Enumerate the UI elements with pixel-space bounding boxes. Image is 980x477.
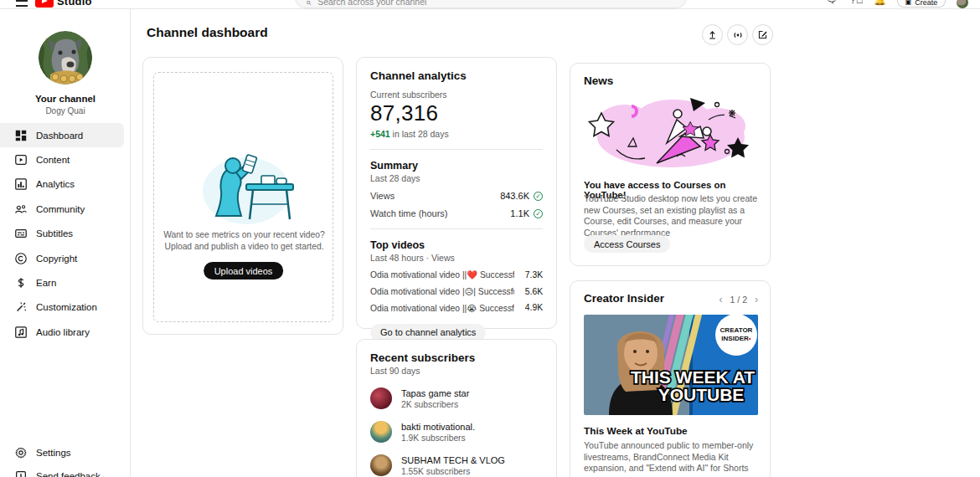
channel-name: Dogy Quai [0, 106, 131, 115]
channel-info: Your channel Dogy Quai [0, 94, 131, 115]
create-post-icon[interactable] [752, 24, 773, 45]
subscriber-avatar [370, 454, 392, 476]
upload-illustration [198, 152, 307, 226]
news-card: News [570, 63, 771, 266]
create-button[interactable]: ▣ Create [897, 0, 946, 8]
settings-icon [13, 445, 28, 460]
check-circle-icon: ✓ [534, 192, 543, 201]
recent-subscribers-title: Recent subscribers [370, 351, 543, 364]
chevron-left-icon[interactable]: ‹ [720, 295, 723, 305]
top-video-row[interactable]: Odia motivational video ||😭 Successful S… [370, 303, 543, 313]
metric-row-watch-time[interactable]: Watch time (hours) 1.1K ✓ [370, 208, 543, 218]
divider [370, 149, 543, 150]
subscriber-avatar [370, 421, 392, 443]
insider-headline: This Week at YouTube [584, 425, 688, 437]
subtitles-icon [13, 226, 28, 241]
top-videos-title: Top videos [370, 239, 543, 251]
upload-dropzone: Want to see metrics on your recent video… [153, 72, 333, 322]
feedback-bubble-icon[interactable]: 🗨 [827, 0, 839, 8]
search-icon: ⌕ [306, 0, 311, 7]
sidebar-item-dashboard[interactable]: Dashboard [0, 123, 124, 147]
youtube-play-icon [35, 0, 54, 8]
topbar-actions: 🗨 ?⃝ 🔔 ▣ Create [827, 0, 968, 9]
copyright-icon [13, 251, 28, 266]
dashboard-icon [13, 128, 28, 143]
sidebar-item-earn[interactable]: Earn [0, 270, 131, 295]
sidebar-item-audio-library[interactable]: Audio library [0, 320, 131, 344]
metric-row-views[interactable]: Views 843.6K ✓ [370, 191, 543, 201]
insider-body: YouTube announced public to member-only … [584, 440, 758, 474]
dog-avatar-image [39, 31, 92, 85]
subscriber-delta: +541 in last 28 days [370, 129, 543, 139]
thumb-text-line1: THIS WEEK AT [631, 367, 755, 387]
subscriber-avatar [370, 387, 392, 409]
news-title: News [584, 74, 756, 87]
search-input[interactable] [317, 0, 636, 7]
subscriber-row[interactable]: Tapas game star 2K subscribers [370, 387, 543, 409]
svg-text:CREATOR: CREATOR [720, 326, 753, 334]
chevron-right-icon[interactable]: › [755, 295, 758, 305]
search-bar[interactable]: ⌕ [295, 0, 687, 8]
sidebar-item-settings[interactable]: Settings [0, 441, 131, 464]
page-title: Channel dashboard [147, 25, 268, 40]
sidebar-item-send-feedback[interactable]: Send feedback [0, 464, 131, 477]
youtube-studio-logo[interactable]: Studio [35, 0, 92, 8]
help-icon[interactable]: ?⃝ [850, 0, 863, 8]
subscriber-row[interactable]: SUBHAM TECH & VLOG 1.55K subscribers [370, 454, 543, 476]
content-icon [13, 152, 28, 167]
sidebar-item-analytics[interactable]: Analytics [0, 172, 131, 197]
current-subscribers-label: Current subscribers [370, 90, 543, 100]
sidebar-item-copyright[interactable]: Copyright [0, 246, 131, 270]
recent-subscribers-card: Recent subscribers Last 90 days Tapas ga… [356, 339, 557, 477]
sidebar: Your channel Dogy Quai Dashboard Content [0, 9, 131, 477]
channel-analytics-card: Channel analytics Current subscribers 87… [356, 57, 557, 329]
svg-text:INSIDER•: INSIDER• [721, 335, 750, 342]
subscriber-row[interactable]: bakti motivational. 1.9K subscribers [370, 421, 543, 443]
top-videos-period: Last 48 hours · Views [370, 253, 543, 263]
upload-videos-button[interactable]: Upload videos [204, 262, 284, 280]
news-body: YouTube Studio desktop now lets you crea… [584, 193, 758, 238]
sidebar-item-community[interactable]: Community [0, 197, 131, 221]
go-live-icon[interactable] [727, 24, 748, 45]
top-video-row[interactable]: Odia motivational video ||❤️ Successful … [370, 269, 543, 280]
summary-title: Summary [370, 160, 543, 172]
top-video-row[interactable]: Odia motivational video |😥| Successful S… [370, 286, 543, 296]
main-content: Channel dashboard [131, 9, 980, 477]
your-channel-label: Your channel [0, 94, 131, 104]
earn-icon [13, 275, 28, 290]
analytics-icon [13, 177, 28, 192]
create-video-icon: ▣ [905, 0, 912, 6]
upload-hint-line2: Upload and publish a video to get starte… [154, 242, 334, 251]
insider-pager: ‹ 1 / 2 › [720, 295, 758, 305]
audio-library-icon [13, 325, 28, 340]
news-illustration [583, 91, 759, 175]
feedback-icon [13, 469, 28, 477]
upload-hint-line1: Want to see metrics on your recent video… [154, 230, 334, 239]
divider [370, 228, 543, 229]
sidebar-item-customization[interactable]: Customization [0, 295, 131, 320]
access-courses-button[interactable]: Access Courses [584, 235, 670, 253]
analytics-card-title: Channel analytics [370, 69, 543, 82]
sidebar-item-content[interactable]: Content [0, 147, 131, 172]
sidebar-item-subtitles[interactable]: Subtitles [0, 222, 131, 246]
insider-video-thumbnail[interactable]: CREATOR INSIDER• THIS WEEK AT YOUTUBE [584, 315, 758, 415]
upload-videos-card: Want to see metrics on your recent video… [142, 57, 343, 335]
summary-period: Last 28 days [370, 173, 543, 183]
sidebar-nav: Dashboard Content Analytics Community [0, 123, 131, 345]
menu-icon[interactable] [16, 0, 28, 8]
header-actions [702, 24, 773, 45]
youtube-studio-dashboard: Studio ⌕ 🗨 ?⃝ 🔔 ▣ Create [0, 0, 980, 477]
community-icon [13, 202, 28, 217]
account-avatar[interactable] [957, 0, 968, 8]
page-indicator: 1 / 2 [730, 295, 747, 305]
recent-subscribers-period: Last 90 days [370, 366, 543, 376]
sidebar-footer: Settings Send feedback [0, 441, 131, 477]
notifications-bell-icon[interactable]: 🔔 [874, 0, 886, 8]
logo-text: Studio [57, 0, 92, 8]
channel-avatar[interactable] [39, 31, 92, 85]
thumb-text-line2: YOUTUBE [658, 385, 745, 404]
upload-video-icon[interactable] [702, 24, 723, 45]
check-circle-icon: ✓ [534, 209, 543, 218]
topbar: Studio ⌕ 🗨 ?⃝ 🔔 ▣ Create [0, 0, 980, 9]
views-value: 843.6K [500, 191, 529, 201]
